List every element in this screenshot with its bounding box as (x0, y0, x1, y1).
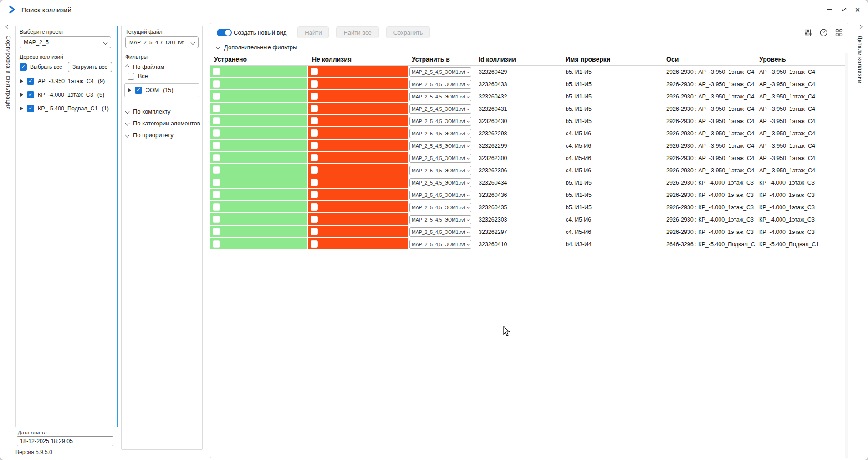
not-collision-checkbox[interactable] (311, 191, 318, 198)
column-header-collision-id[interactable]: Id коллизии (475, 56, 562, 63)
fix-in-select[interactable]: MAP_2_5_4,5_ЭОМ1.rvt (409, 203, 471, 212)
grid-view-icon[interactable] (835, 28, 843, 37)
resolved-checkbox[interactable] (213, 117, 220, 124)
find-all-button[interactable]: Найти все (336, 26, 378, 38)
collapse-left-icon[interactable] (6, 25, 10, 29)
resolved-checkbox[interactable] (213, 240, 220, 248)
left-rail-label[interactable]: Сортировка и фильтрация (5, 36, 11, 109)
tree-item[interactable]: АР_-3.950_1этаж_С4 (9) (16, 74, 115, 88)
column-header-not-collision[interactable]: Не коллизия (308, 56, 408, 63)
resolved-checkbox[interactable] (213, 179, 220, 186)
not-collision-checkbox[interactable] (311, 68, 318, 75)
panel-splitter[interactable] (117, 26, 118, 427)
current-file-select[interactable]: MAP_2_5_4-7_ОВ1.rvt (125, 36, 199, 48)
resolved-checkbox[interactable] (213, 166, 220, 174)
fix-in-select[interactable]: MAP_2_5_4,5_ЭОМ1.rvt (409, 227, 471, 237)
all-files-checkbox[interactable] (128, 73, 134, 80)
tree-item[interactable]: КР_-4.000_1этаж_С3 (5) (16, 88, 115, 102)
column-header-fix-in[interactable]: Устранить в (408, 56, 475, 63)
section-by-files[interactable]: По файлам (122, 62, 202, 72)
select-all-checkbox[interactable] (20, 63, 27, 71)
not-collision-checkbox[interactable] (311, 80, 318, 88)
not-collision-checkbox[interactable] (311, 129, 318, 137)
column-header-check-name[interactable]: Имя проверки (562, 56, 663, 63)
collision-id-cell[interactable]: 323262300 (475, 152, 562, 164)
fix-in-select[interactable]: MAP_2_5_4,5_ЭОМ1.rvt (409, 215, 471, 224)
file-item-checkbox[interactable] (135, 87, 142, 94)
fix-in-select[interactable]: MAP_2_5_4,5_ЭОМ1.rvt (409, 117, 471, 126)
right-rail-label[interactable]: Детали коллизии (857, 36, 863, 83)
resolved-checkbox[interactable] (213, 216, 220, 223)
fix-in-select[interactable]: MAP_2_5_4,5_ЭОМ1.rvt (409, 154, 471, 163)
tree-item-checkbox[interactable] (27, 105, 34, 112)
tree-item[interactable]: КР_-5.400_Подвал_С1 (1) (16, 102, 115, 115)
section-by-priority[interactable]: По приоритету (122, 129, 202, 141)
column-header-axes[interactable]: Оси (663, 56, 756, 63)
all-files-row[interactable]: Все (122, 72, 202, 81)
not-collision-checkbox[interactable] (311, 166, 318, 174)
collision-id-cell[interactable]: 323260431 (475, 103, 562, 115)
section-by-category[interactable]: По категории элементов (122, 117, 202, 129)
collision-id-cell[interactable]: 323260434 (475, 176, 562, 189)
resolved-checkbox[interactable] (213, 129, 220, 137)
resolved-checkbox[interactable] (213, 203, 220, 211)
collision-id-cell[interactable]: 323262297 (475, 226, 562, 238)
collapse-right-icon[interactable] (858, 25, 862, 29)
report-date-input[interactable]: 18-12-2025 18:29:05 (17, 436, 113, 446)
collision-id-cell[interactable]: 323262298 (475, 127, 562, 140)
collision-id-cell[interactable]: 323260436 (475, 189, 562, 201)
minimize-button[interactable] (821, 0, 837, 19)
fix-in-select[interactable]: MAP_2_5_4,5_ЭОМ1.rvt (409, 129, 471, 138)
collision-id-cell[interactable]: 323260430 (475, 115, 562, 127)
not-collision-checkbox[interactable] (311, 105, 318, 112)
project-select[interactable]: MAP_2_5 (20, 36, 111, 48)
resolved-checkbox[interactable] (213, 154, 220, 161)
extra-filters-header[interactable]: Дополнительные фильтры (210, 41, 848, 53)
expander-icon[interactable] (20, 93, 23, 97)
resolved-checkbox[interactable] (213, 105, 220, 112)
expander-icon[interactable] (20, 107, 23, 110)
column-header-resolved[interactable]: Устранено (210, 56, 308, 63)
resolved-checkbox[interactable] (213, 68, 220, 75)
collision-id-cell[interactable]: 323262306 (475, 164, 562, 176)
not-collision-checkbox[interactable] (311, 179, 318, 186)
column-header-level[interactable]: Уровень (756, 56, 848, 63)
not-collision-checkbox[interactable] (311, 240, 318, 248)
collision-id-cell[interactable]: 323260433 (475, 78, 562, 90)
help-icon[interactable]: ? (819, 28, 828, 37)
collision-id-cell[interactable]: 323260410 (475, 238, 562, 250)
fix-in-select[interactable]: MAP_2_5_4,5_ЭОМ1.rvt (409, 191, 471, 200)
not-collision-checkbox[interactable] (311, 93, 318, 100)
vertical-scrollbar[interactable] (845, 53, 848, 458)
fix-in-select[interactable]: MAP_2_5_4,5_ЭОМ1.rvt (409, 80, 471, 89)
fix-in-select[interactable]: MAP_2_5_4,5_ЭОМ1.rvt (409, 166, 471, 175)
collision-id-cell[interactable]: 323260435 (475, 201, 562, 213)
resolved-checkbox[interactable] (213, 93, 220, 100)
load-all-button[interactable]: Загрузить все (68, 62, 112, 72)
file-filter-item[interactable]: ЭОМ (15) (124, 83, 199, 97)
not-collision-checkbox[interactable] (311, 216, 318, 223)
collision-id-cell[interactable]: 323262299 (475, 140, 562, 152)
save-button[interactable]: Сохранить (386, 26, 430, 38)
create-view-toggle[interactable] (217, 29, 232, 36)
not-collision-checkbox[interactable] (311, 228, 318, 235)
find-button[interactable]: Найти (297, 26, 329, 38)
fix-in-select[interactable]: MAP_2_5_4,5_ЭОМ1.rvt (409, 92, 471, 101)
section-by-set[interactable]: По комплекту (122, 105, 202, 117)
resolved-checkbox[interactable] (213, 142, 220, 149)
fix-in-select[interactable]: MAP_2_5_4,5_ЭОМ1.rvt (409, 104, 471, 114)
fix-in-select[interactable]: MAP_2_5_4,5_ЭОМ1.rvt (409, 240, 471, 249)
collision-id-cell[interactable]: 323260429 (475, 66, 562, 78)
not-collision-checkbox[interactable] (311, 154, 318, 161)
resolved-checkbox[interactable] (213, 191, 220, 198)
maximize-button[interactable] (837, 0, 852, 19)
tree-item-checkbox[interactable] (27, 78, 34, 85)
resolved-checkbox[interactable] (213, 228, 220, 235)
not-collision-checkbox[interactable] (311, 203, 318, 211)
collision-id-cell[interactable]: 323262303 (475, 213, 562, 226)
collision-id-cell[interactable]: 323260432 (475, 90, 562, 103)
fix-in-select[interactable]: MAP_2_5_4,5_ЭОМ1.rvt (409, 178, 471, 187)
not-collision-checkbox[interactable] (311, 117, 318, 124)
expander-icon[interactable] (128, 88, 131, 92)
close-button[interactable]: × (852, 0, 868, 19)
